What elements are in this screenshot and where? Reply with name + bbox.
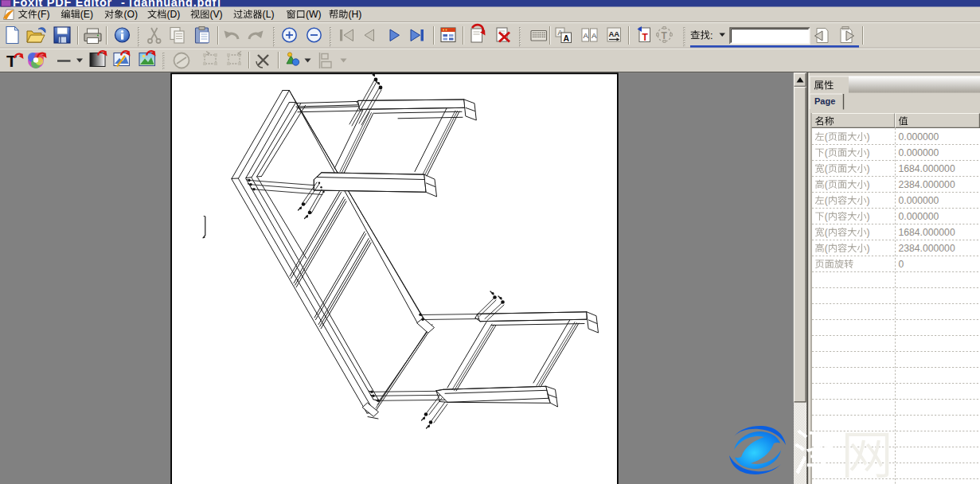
svg-text:T: T xyxy=(6,52,17,70)
svg-text:(: ( xyxy=(825,163,828,174)
svg-text:): ) xyxy=(867,163,870,174)
svg-text:A: A xyxy=(592,31,597,40)
svg-text:(: ( xyxy=(825,211,828,222)
svg-text:0.000000: 0.000000 xyxy=(899,211,939,222)
svg-text:): ) xyxy=(867,131,870,142)
svg-text:): ) xyxy=(867,227,870,238)
svg-text:0.000000: 0.000000 xyxy=(899,147,939,158)
svg-text:): ) xyxy=(867,179,870,190)
svg-text:(F): (F) xyxy=(37,9,50,20)
svg-text:(W): (W) xyxy=(306,9,322,20)
svg-text:(L): (L) xyxy=(263,9,275,20)
svg-text:(O): (O) xyxy=(123,9,138,20)
svg-text:(: ( xyxy=(825,195,828,206)
svg-text:): ) xyxy=(867,147,870,158)
svg-text:A: A xyxy=(584,31,589,40)
svg-text:): ) xyxy=(867,211,870,222)
svg-text:): ) xyxy=(867,195,870,206)
svg-text::: : xyxy=(710,30,713,41)
svg-text:T: T xyxy=(642,32,649,43)
svg-text:(H): (H) xyxy=(348,9,361,20)
svg-text:0.000000: 0.000000 xyxy=(899,131,939,142)
svg-text:(V): (V) xyxy=(209,9,222,20)
svg-text:0: 0 xyxy=(899,259,904,270)
svg-text:T: T xyxy=(662,30,668,41)
svg-text:(D): (D) xyxy=(166,9,180,20)
svg-text:AA: AA xyxy=(609,29,620,38)
svg-text:A: A xyxy=(564,33,570,43)
svg-text:1684.000000: 1684.000000 xyxy=(899,227,955,238)
svg-text:(: ( xyxy=(825,147,828,158)
svg-text:1684.000000: 1684.000000 xyxy=(899,163,955,174)
svg-text:(: ( xyxy=(825,243,828,254)
svg-text:Page: Page xyxy=(814,96,835,106)
svg-text:0.000000: 0.000000 xyxy=(899,195,939,206)
svg-text:(E): (E) xyxy=(80,9,93,20)
svg-text:(: ( xyxy=(825,227,828,238)
svg-text:(: ( xyxy=(825,179,828,190)
svg-text:): ) xyxy=(867,243,870,254)
svg-text:2384.000000: 2384.000000 xyxy=(899,179,955,190)
svg-text:(: ( xyxy=(825,131,828,142)
svg-text:2384.000000: 2384.000000 xyxy=(899,243,955,254)
